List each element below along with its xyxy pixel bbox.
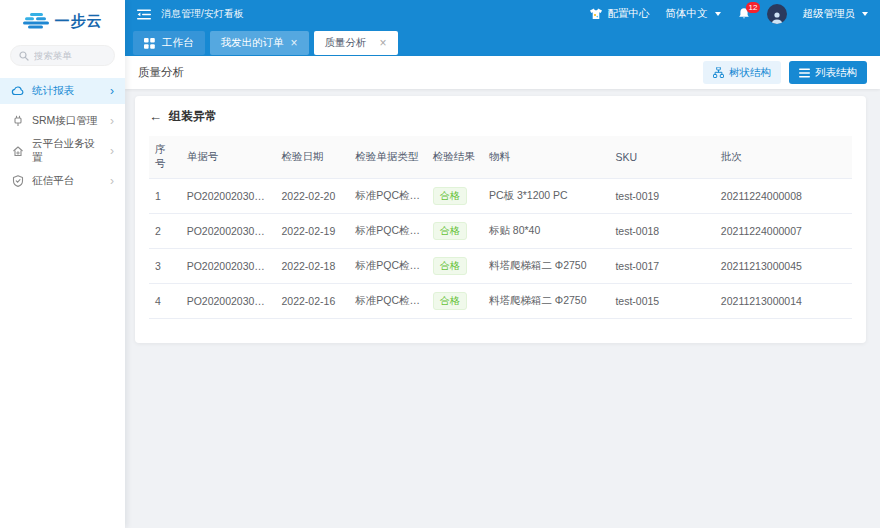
cell-inspection-date: 2022-02-19 [276, 214, 350, 249]
back-arrow-icon[interactable]: ← [149, 110, 162, 123]
close-icon[interactable]: × [291, 37, 298, 49]
column-header-sku: SKU [609, 136, 714, 179]
sidebar-item-label: 云平台业务设置 [32, 137, 103, 165]
chevron-right-icon: › [110, 85, 114, 97]
column-header-material: 物料 [483, 136, 610, 179]
tab-bar: 工作台 我发出的订单 × 质量分析 × [125, 28, 880, 56]
tab-label: 工作台 [162, 36, 194, 50]
table-row: 3 PO202002030006 2022-02-18 标准PQC检验单 合格 … [149, 249, 852, 284]
cell-doc-number: PO202002030004 [181, 179, 276, 214]
tab-my-sent-orders[interactable]: 我发出的订单 × [210, 31, 309, 55]
cell-material: PC板 3*1200 PC [483, 179, 610, 214]
cell-index: 3 [149, 249, 181, 284]
user-name: 超级管理员 [803, 7, 856, 21]
column-header-index: 序号 [149, 136, 181, 179]
view-toggle-group: 树状结构 列表结构 [703, 61, 867, 84]
status-badge: 合格 [433, 257, 467, 275]
cell-material: 料塔爬梯箱二 Φ2750 [483, 284, 610, 319]
shield-icon [11, 174, 25, 188]
cell-sku: test-0019 [609, 179, 714, 214]
cloud-icon [11, 84, 25, 98]
cell-inspection-date: 2022-02-16 [276, 284, 350, 319]
list-structure-label: 列表结构 [815, 66, 857, 80]
home-icon [11, 144, 25, 158]
user-avatar[interactable] [767, 4, 787, 24]
cell-sku: test-0018 [609, 214, 714, 249]
theme-shirt-icon [589, 8, 603, 20]
column-header-batch: 批次 [715, 136, 852, 179]
cell-batch: 20211224000007 [715, 214, 852, 249]
column-header-inspection-date: 检验日期 [276, 136, 350, 179]
cell-result: 合格 [427, 249, 483, 284]
page-header: 质量分析 树状结构 列 [125, 56, 880, 89]
notifications-button[interactable]: 12 [737, 7, 751, 21]
pixel-cloud-logo-icon [23, 13, 50, 30]
notification-badge: 12 [746, 2, 761, 13]
brand-logo: 一步云 [0, 0, 125, 42]
table-row: 1 PO202002030004 2022-02-20 标准PQC检验单 合格 … [149, 179, 852, 214]
cell-batch: 20211213000014 [715, 284, 852, 319]
content-area: ← 组装异常 序号 单据号 检验日期 检验单据类型 [125, 89, 880, 528]
search-input[interactable] [34, 50, 106, 61]
sidebar-item-credit-platform[interactable]: 征信平台 › [0, 168, 125, 194]
cell-result: 合格 [427, 214, 483, 249]
sidebar: 一步云 统计报表 › [0, 0, 125, 528]
app-window: 一步云 统计报表 › [0, 0, 880, 528]
cell-index: 1 [149, 179, 181, 214]
cell-sku: test-0015 [609, 284, 714, 319]
sidebar-item-statistics-reports[interactable]: 统计报表 › [0, 78, 125, 104]
tab-workbench[interactable]: 工作台 [133, 31, 205, 55]
cell-index: 2 [149, 214, 181, 249]
cell-result: 合格 [427, 284, 483, 319]
plug-icon [11, 114, 25, 128]
caret-down-icon [862, 12, 868, 16]
top-navbar: 消息管理/安灯看板 配置中心 简体中文 [125, 0, 880, 56]
breadcrumb: 消息管理/安灯看板 [161, 7, 244, 21]
cell-doc-type: 标准PQC检验单 [349, 214, 426, 249]
language-selector[interactable]: 简体中文 [666, 7, 721, 21]
cell-doc-type: 标准PQC检验单 [349, 249, 426, 284]
config-center-label: 配置中心 [608, 7, 650, 21]
caret-down-icon [715, 12, 721, 16]
user-menu[interactable]: 超级管理员 [803, 7, 869, 21]
tree-structure-label: 树状结构 [729, 66, 771, 80]
navbar-right: 配置中心 简体中文 12 [589, 4, 869, 24]
cell-batch: 20211224000008 [715, 179, 852, 214]
config-center-button[interactable]: 配置中心 [589, 7, 650, 21]
sidebar-item-label: SRM接口管理 [32, 114, 97, 128]
cell-inspection-date: 2022-02-18 [276, 249, 350, 284]
cell-batch: 20211213000045 [715, 249, 852, 284]
cell-doc-number: PO202002030007 [181, 284, 276, 319]
cell-index: 4 [149, 284, 181, 319]
menu-fold-icon[interactable] [137, 8, 151, 21]
chevron-right-icon: › [110, 175, 114, 187]
table-row: 2 PO202002030005 2022-02-19 标准PQC检验单 合格 … [149, 214, 852, 249]
sidebar-item-srm-interface[interactable]: SRM接口管理 › [0, 108, 125, 134]
cell-doc-number: PO202002030005 [181, 214, 276, 249]
close-icon[interactable]: × [380, 37, 387, 49]
table-row: 4 PO202002030007 2022-02-16 标准PQC检验单 合格 … [149, 284, 852, 319]
table-header-row: 序号 单据号 检验日期 检验单据类型 检验结果 物料 SKU 批次 [149, 136, 852, 179]
tree-structure-button[interactable]: 树状结构 [703, 61, 781, 84]
section-header: ← 组装异常 [149, 108, 852, 125]
tree-structure-icon [713, 67, 724, 78]
list-structure-button[interactable]: 列表结构 [789, 61, 867, 84]
cell-result: 合格 [427, 179, 483, 214]
status-badge: 合格 [433, 222, 467, 240]
tab-quality-analysis[interactable]: 质量分析 × [314, 31, 398, 55]
workbench-grid-icon [144, 38, 155, 49]
list-structure-icon [799, 68, 810, 78]
cell-sku: test-0017 [609, 249, 714, 284]
cell-doc-type: 标准PQC检验单 [349, 179, 426, 214]
tab-label: 我发出的订单 [221, 36, 284, 50]
cell-doc-number: PO202002030006 [181, 249, 276, 284]
tab-label: 质量分析 [325, 36, 367, 50]
status-badge: 合格 [433, 292, 467, 310]
cell-doc-type: 标准PQC检验单 [349, 284, 426, 319]
language-label: 简体中文 [666, 7, 708, 21]
column-header-doc-type: 检验单据类型 [349, 136, 426, 179]
sidebar-item-cloud-platform-settings[interactable]: 云平台业务设置 › [0, 138, 125, 164]
cell-inspection-date: 2022-02-20 [276, 179, 350, 214]
chevron-right-icon: › [110, 145, 114, 157]
sidebar-item-label: 统计报表 [32, 84, 74, 98]
